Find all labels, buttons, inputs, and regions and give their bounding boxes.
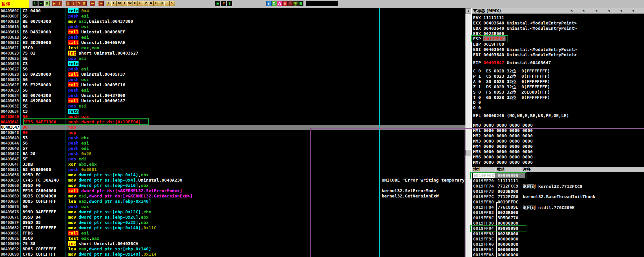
stack-row[interactable]: 0019FFA800000000 — [472, 252, 644, 257]
target-icon[interactable]: ◎ — [288, 1, 293, 6]
disasm-row[interactable]: 00403628E8 0A290000call Uninstal.00405F3… — [0, 72, 465, 77]
disasm-row[interactable]: 00403656895D ECmov dword ptr ss:[ebp-0x1… — [0, 172, 465, 178]
disasm-row[interactable]: 0040361CE8 8D290000call Uninstal.00405FA… — [0, 40, 465, 45]
disasm-row[interactable]: 00403623∨75 02jnz short Uninstal.0040362… — [0, 51, 465, 56]
mm-register[interactable]: MM4 0000 0000 0000 0000 — [473, 144, 533, 149]
binary-icon[interactable]: 010 101 — [293, 1, 298, 6]
record-icon[interactable]: ● — [282, 1, 288, 6]
window-icon[interactable]: ⊞ — [298, 1, 303, 6]
disasm-row[interactable]: 0040362756push esi — [0, 66, 465, 72]
mm-register[interactable]: MM2 0000 0000 0000 0000 — [473, 133, 533, 139]
chevron-left-icon[interactable]: < — [608, 9, 610, 13]
disasm-row[interactable]: 0040364890nop — [0, 130, 465, 135]
mm-register[interactable]: MM0 0000 0000 0000 0000 — [473, 123, 533, 128]
register-eip[interactable]: EIP 00403647 Uninstal.00403647 — [473, 60, 551, 65]
stack-row[interactable]: 0019FF747712FCC9返回到 kernel32.7712FCC9 — [472, 184, 644, 189]
threads-button[interactable]: T — [122, 1, 127, 6]
windows-button[interactable]: W — [127, 1, 133, 6]
grid-icon[interactable]: # — [221, 1, 226, 6]
disasm-row[interactable]: 00403616E8 D4320000call Uninstal.004068E… — [0, 29, 465, 35]
disasm-row[interactable]: 00403676899D D4FEFFFFmov dword ptr ss:[e… — [0, 209, 465, 215]
disasm-row[interactable]: 00403659C745 FC 30A240mov dword ptr ss:[… — [0, 178, 465, 183]
trace-over-icon[interactable]: ⇈ — [81, 1, 87, 6]
stack-row[interactable]: 0019FF880028B000 — [472, 210, 644, 215]
disasm-row[interactable]: 0040364B57push edi — [0, 146, 465, 151]
memory-map-button[interactable]: M — [117, 1, 122, 6]
flag-line[interactable]: Z 1 DS 002B 32位 0(FFFFFFFF) — [473, 84, 550, 89]
stack-row[interactable]: 0019FFA400000000 — [472, 247, 644, 252]
mm-register[interactable]: MM3 0000 0000 0000 0000 — [473, 139, 533, 144]
run-trace-button[interactable]: ... — [164, 1, 170, 6]
disasm-row[interactable]: 0040367F895D D8mov dword ptr ss:[ebp-0x2… — [0, 220, 465, 225]
chevron-left-icon[interactable]: < — [595, 9, 598, 13]
disasm-row[interactable]: 0040360CC2 0400retn 0x4 — [0, 8, 465, 14]
register-edx[interactable]: EDX 00403640 Uninstal.<ModuleEntryPoint> — [473, 26, 577, 31]
stack-row[interactable]: 0019FFA000000000 — [472, 242, 644, 247]
call-stack-button[interactable]: K — [148, 1, 154, 6]
help-icon[interactable]: ? — [227, 1, 232, 6]
appearance-icon[interactable]: A — [277, 1, 282, 6]
mm-register[interactable]: MM5 0000 0000 0000 0000 — [473, 149, 533, 154]
disasm-row[interactable]: 00403626C3retn — [0, 61, 465, 66]
source-button[interactable]: S — [170, 1, 175, 6]
breakpoints-button[interactable]: B — [154, 1, 159, 6]
empty-slot[interactable] — [311, 1, 317, 6]
handles-button[interactable]: H — [133, 1, 138, 6]
log-window-button[interactable]: L — [106, 1, 111, 6]
efl-line[interactable]: EFL 00000246 (NO,NB,E,BE,NS,PE,GE,LE) — [473, 113, 569, 118]
flag-line[interactable]: A 0 SS 002B 32位 0(FFFFFFFF) — [473, 79, 550, 84]
disasm-row[interactable]: 0040367C895D D4mov dword ptr ss:[ebp-0x2… — [0, 215, 465, 220]
flag-line[interactable]: S 0 FS 0053 32位 28E000(FFF) — [473, 89, 550, 95]
register-esi[interactable]: ESI 00403640 Uninstal.<ModuleEntryPoint> — [473, 47, 577, 52]
chevron-left-icon[interactable]: < — [620, 9, 622, 13]
disasm-row[interactable]: 0040362EE8 E3250000call Uninstal.00405C1… — [0, 82, 465, 88]
execute-till-return-icon[interactable]: ↪ — [90, 1, 95, 6]
register-edi[interactable]: EDI 00403640 Uninstal.<ModuleEntryPoint> — [473, 52, 577, 58]
disasm-row[interactable]: 0040360F56push esi — [0, 14, 465, 19]
disasm-row[interactable]: 00403690∨75 38jnz short Uninstal.004036C… — [0, 241, 465, 246]
run-to-user-code-icon[interactable]: ↩ — [98, 1, 104, 6]
disasm-row[interactable]: 0040368E85C0test eax,eax — [0, 236, 465, 241]
register-eax[interactable]: EAX 11111111 — [473, 15, 504, 21]
disasm-row[interactable]: 00403610BE 00784300mov esi,Uninstal.0043… — [0, 19, 465, 24]
disasm-row[interactable]: 0040364A56push esi — [0, 141, 465, 146]
disasm-row[interactable]: 0040363356push esi — [0, 88, 465, 93]
disasm-row[interactable]: 0040364C6A 20push 0x20 — [0, 151, 465, 156]
disasm-row[interactable]: 0040363E5Epop esi — [0, 104, 465, 109]
chevron-left-icon[interactable]: < — [632, 9, 634, 13]
empty-slot[interactable] — [306, 1, 311, 6]
disasm-row[interactable]: 004036255Epop esi — [0, 56, 465, 61]
disasm-row[interactable]: 0040368CFFD6call esi — [0, 231, 465, 236]
disasm-row[interactable]: 0040364953push ebx — [0, 135, 465, 141]
mm-register[interactable]: MM7 0000 0000 0000 0000 — [473, 160, 533, 165]
disasm-row[interactable]: 0040361556push esi — [0, 24, 465, 29]
flag-line[interactable]: C 0 ES 002B 32位 0(FFFFFFFF) — [473, 68, 550, 73]
disasm-row[interactable]: 00403660895D F0mov dword ptr ss:[ebp-0x1… — [0, 183, 465, 188]
patches-button[interactable]: P — [143, 1, 148, 6]
disasm-row[interactable]: 00403682C785 C0FEFFFFmov dword ptr ss:[e… — [0, 225, 465, 231]
step-over-icon[interactable]: ↓ — [71, 1, 76, 6]
register-ecx[interactable]: ECX 00403640 Uninstal.<ModuleEntryPoint> — [473, 21, 577, 26]
registers-header[interactable]: 寄存器 (MMX) <<<<<< — [472, 8, 644, 14]
disasm-row[interactable]: 0040364E5Fpop edi — [0, 156, 465, 162]
disasm-row[interactable]: 0040362D56push esi — [0, 77, 465, 82]
empty-slot[interactable] — [333, 1, 338, 6]
updown-arrows-icon[interactable]: ⇅ — [272, 1, 277, 6]
disasm-row[interactable]: 00403663FF15 C8804000call dword ptr ds:[… — [0, 188, 465, 193]
disasm-row[interactable]: 0040362185C0test eax,eax — [0, 45, 465, 51]
empty-slot[interactable] — [322, 1, 327, 6]
references-button[interactable]: R — [159, 1, 164, 6]
stack-row[interactable]: 0019FF7C7712FCB0kernel32.BaseThreadInitT… — [472, 194, 644, 199]
stack-row[interactable]: 0019FF8C3D5B0770 — [472, 215, 644, 221]
disasm-row[interactable]: 004036928D85 C0FEFFFFlea eax,dword ptr s… — [0, 246, 465, 252]
disasm-row[interactable]: 00403698C785 C0FEFFFFmov dword ptr ss:[e… — [0, 252, 465, 257]
disasm-scrollbar[interactable]: ∧ — [465, 8, 471, 257]
disasm-row[interactable]: 0040361B56push esi — [0, 35, 465, 40]
chevron-left-icon[interactable]: < — [582, 9, 585, 13]
step-into-icon[interactable]: ⇊ — [66, 1, 71, 6]
flag-line[interactable]: D 0 — [473, 100, 481, 105]
step-back-icon[interactable]: « — [38, 1, 44, 6]
stack-row[interactable]: 0019FF780028B000 — [472, 189, 644, 194]
register-ebp[interactable]: EBP 0019FF80 — [473, 42, 504, 47]
empty-slot[interactable] — [327, 1, 333, 6]
